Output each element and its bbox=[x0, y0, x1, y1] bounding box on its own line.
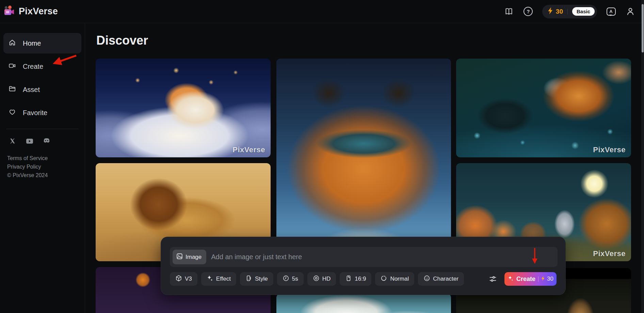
brand-logo[interactable]: PixVerse bbox=[3, 5, 58, 18]
scrollbar-track[interactable] bbox=[641, 0, 644, 313]
video-camera-icon bbox=[9, 62, 16, 71]
credits-pill[interactable]: 30 Basic bbox=[542, 5, 597, 18]
model-version-button[interactable]: V3 bbox=[170, 272, 197, 286]
quality-button[interactable]: HD bbox=[307, 272, 336, 286]
style-icon bbox=[245, 275, 252, 283]
quality-icon bbox=[313, 275, 320, 283]
pixverse-watermark: PixVerse bbox=[593, 249, 626, 258]
option-label: V3 bbox=[185, 276, 192, 282]
sidebar-item-favorite[interactable]: Favorite bbox=[3, 103, 81, 123]
home-icon bbox=[9, 39, 16, 48]
create-button-cost: 30 bbox=[547, 276, 553, 282]
add-image-label: Image bbox=[186, 254, 202, 261]
discord-icon[interactable] bbox=[43, 137, 50, 145]
cube-icon bbox=[175, 275, 182, 283]
social-links bbox=[0, 137, 85, 145]
prompt-text-input[interactable] bbox=[211, 253, 552, 261]
pill-divider bbox=[567, 9, 568, 14]
heart-icon bbox=[9, 108, 16, 118]
credits-amount: 30 bbox=[556, 8, 563, 15]
option-label: HD bbox=[322, 276, 331, 282]
top-bar: PixVerse ? 30 Basic A bbox=[0, 0, 644, 23]
topbar-actions: ? 30 Basic A bbox=[503, 5, 636, 18]
docs-book-icon[interactable] bbox=[503, 6, 514, 17]
legal-links: Terms of Service Privacy Policy © PixVer… bbox=[0, 154, 85, 179]
style-button[interactable]: Style bbox=[240, 272, 273, 286]
prompt-panel: Image V3 Effect bbox=[161, 237, 566, 295]
help-icon[interactable]: ? bbox=[523, 6, 534, 17]
video-thumbnail-snake-fish[interactable]: PixVerse bbox=[456, 59, 631, 157]
option-label: Normal bbox=[390, 276, 409, 282]
sidebar: Home Create Asset bbox=[0, 23, 85, 313]
option-label: Style bbox=[255, 276, 268, 282]
scrollbar-thumb[interactable] bbox=[642, 4, 644, 52]
aspect-ratio-icon bbox=[345, 275, 352, 283]
image-icon bbox=[176, 253, 183, 262]
add-image-button[interactable]: Image bbox=[173, 250, 206, 264]
sidebar-item-label: Create bbox=[23, 63, 43, 71]
video-thumbnail-kitten-clouds[interactable]: PixVerse bbox=[96, 59, 271, 157]
option-label: Character bbox=[433, 276, 458, 282]
sidebar-item-home[interactable]: Home bbox=[3, 33, 81, 53]
sidebar-item-create[interactable]: Create bbox=[3, 56, 81, 77]
option-label: 16:9 bbox=[355, 276, 366, 282]
create-button[interactable]: Create 30 bbox=[504, 272, 557, 286]
page-title: Discover bbox=[96, 33, 148, 48]
feedback-glyph: A bbox=[609, 9, 612, 14]
terms-link[interactable]: Terms of Service bbox=[7, 154, 85, 162]
motion-mode-button[interactable]: Normal bbox=[375, 272, 414, 286]
pixverse-watermark: PixVerse bbox=[593, 145, 626, 154]
clock-icon bbox=[283, 275, 289, 283]
profile-icon[interactable] bbox=[625, 6, 636, 17]
prompt-options-row: V3 Effect Style bbox=[170, 272, 557, 286]
prompt-input-row[interactable]: Image bbox=[170, 247, 558, 267]
sparkle-icon bbox=[207, 275, 213, 283]
sidebar-item-asset[interactable]: Asset bbox=[3, 79, 81, 100]
lightning-bolt-icon bbox=[541, 276, 545, 282]
effect-button[interactable]: Effect bbox=[201, 272, 236, 286]
create-button-label: Create bbox=[516, 276, 535, 283]
create-divider bbox=[538, 277, 538, 282]
advanced-settings-icon[interactable] bbox=[488, 274, 498, 284]
duration-button[interactable]: 5s bbox=[277, 272, 304, 286]
lightning-bolt-icon bbox=[548, 7, 553, 16]
sidebar-item-label: Favorite bbox=[23, 109, 47, 117]
x-icon[interactable] bbox=[9, 137, 16, 145]
feedback-icon[interactable]: A bbox=[606, 6, 616, 17]
aspect-ratio-button[interactable]: 16:9 bbox=[340, 272, 371, 286]
help-glyph: ? bbox=[527, 9, 530, 14]
option-label: Effect bbox=[216, 276, 231, 282]
copyright-text: © PixVerse 2024 bbox=[7, 171, 85, 179]
character-button[interactable]: Character bbox=[418, 272, 464, 286]
youtube-icon[interactable] bbox=[26, 137, 33, 145]
option-label: 5s bbox=[292, 276, 298, 282]
sidebar-item-label: Home bbox=[23, 40, 41, 47]
pixverse-logo-icon bbox=[3, 5, 15, 18]
character-icon bbox=[423, 275, 430, 283]
privacy-link[interactable]: Privacy Policy bbox=[7, 162, 85, 171]
pixverse-watermark: PixVerse bbox=[232, 145, 265, 154]
folder-icon bbox=[9, 85, 16, 94]
sidebar-divider bbox=[6, 129, 79, 129]
plan-badge[interactable]: Basic bbox=[572, 7, 595, 16]
sidebar-item-label: Asset bbox=[23, 86, 40, 94]
sparkle-icon bbox=[508, 275, 514, 283]
motion-icon bbox=[381, 275, 387, 283]
brand-name: PixVerse bbox=[19, 6, 58, 17]
video-thumbnail-sky-clouds[interactable] bbox=[276, 294, 451, 313]
